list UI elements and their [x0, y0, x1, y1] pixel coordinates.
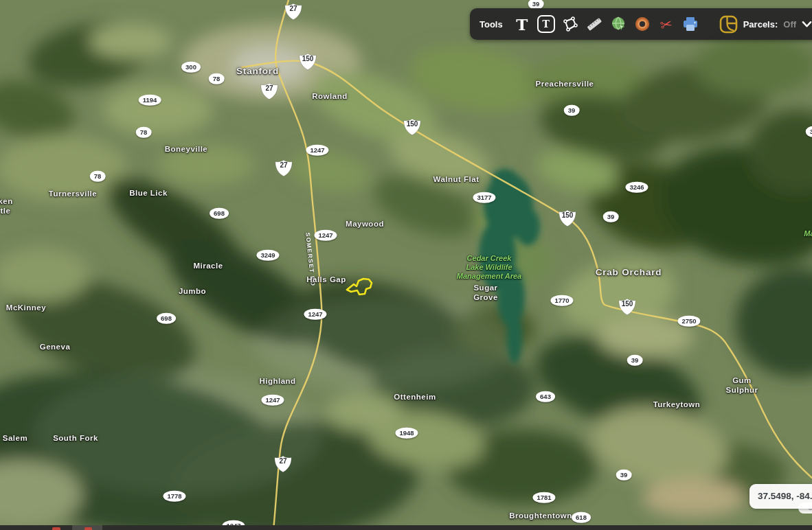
route-shield-us-27: 27 [273, 455, 293, 473]
place-label-ottenheim: Ottenheim [394, 393, 436, 402]
route-shield-us-27: 27 [260, 82, 279, 100]
scissors-icon: ✂ [659, 16, 674, 32]
place-label-miracle: Miracle [193, 262, 223, 271]
taskbar-icon-red [52, 527, 60, 530]
parcels-icon [719, 15, 738, 34]
area-label-ma: Ma [804, 229, 812, 238]
route-shield-us-27: 27 [274, 159, 293, 177]
route-shield-us-150: 150 [618, 298, 637, 316]
place-label-mckinney: McKinney [6, 303, 46, 313]
route-shield-ky-698: 698 [157, 313, 176, 324]
text-tool-icon: T [516, 16, 528, 32]
chevron-down-icon [802, 20, 812, 28]
route-shield-ky-39: 39 [616, 470, 632, 481]
place-label-stanford: Stanford [236, 66, 279, 77]
route-shield-ky-618: 618 [572, 512, 591, 523]
place-label-blue-lick: Blue Lick [129, 189, 168, 198]
route-shield-ky-3249: 3249 [256, 250, 279, 261]
route-shield-ky-39: 39 [564, 105, 580, 116]
route-shield-ky-300: 300 [181, 62, 201, 73]
place-label-south-fork: South Fork [53, 434, 98, 443]
route-shield-ky-1247: 1247 [306, 145, 328, 156]
parcels-label: Parcels: [743, 19, 778, 30]
place-label-gum-sulphur: GumSulphur [726, 376, 758, 395]
boxed-text-icon: T [537, 15, 555, 33]
measure-tool-button[interactable] [585, 14, 603, 34]
route-shield-ky-1247: 1247 [314, 230, 337, 241]
place-label-salem: Salem [3, 434, 27, 443]
map-application: SOMERSET RD StanfordCrab OrchardRowlandP… [0, 0, 812, 530]
globe-cursor-icon [609, 15, 627, 33]
route-shield-ky-3177: 3177 [473, 192, 495, 203]
polygon-tool-button[interactable] [561, 14, 579, 34]
ruler-icon [586, 16, 602, 32]
place-label-halls-gap: Halls Gap [306, 275, 346, 285]
bottom-taskbar[interactable] [0, 525, 812, 530]
route-shield-ky-39: 39 [627, 355, 643, 366]
area-label-cedar-creek-lake-wildlife-management-area: Cedar CreekLake WildlifeManagement Area [457, 254, 521, 281]
route-shield-ky-1781: 1781 [532, 492, 555, 503]
parcels-state-value: Off [783, 19, 796, 30]
route-shield-ky-39: 39 [603, 211, 619, 222]
place-label-highland: Highland [259, 377, 295, 387]
printer-icon [681, 15, 699, 33]
place-label-jumbo: Jumbo [179, 287, 206, 297]
route-shield-ky-2750: 2750 [677, 316, 700, 327]
parcels-toggle[interactable]: Parcels: Off [719, 15, 812, 34]
place-label-preachersville: Preachersville [535, 80, 594, 89]
map-labels-layer: StanfordCrab OrchardRowlandPreachersvill… [0, 0, 812, 530]
place-label-geneva: Geneva [40, 343, 71, 352]
place-label-broughtentown: Broughtentown [509, 511, 572, 521]
route-shield-ky-1247: 1247 [261, 395, 284, 406]
route-shield-ky-32: 32 [806, 126, 812, 137]
route-shield-ky-78: 78 [209, 73, 225, 84]
place-label-ken-tle: kentle [0, 197, 13, 216]
print-button[interactable] [681, 14, 699, 34]
place-label-crab-orchard: Crab Orchard [596, 267, 662, 278]
cursor-coordinates-readout: 37.5498, -84.719 [749, 484, 812, 509]
route-shield-us-150: 150 [403, 118, 422, 136]
route-shield-ky-1770: 1770 [550, 295, 573, 306]
route-shield-us-150: 150 [298, 53, 317, 71]
taskbar-icon-red [84, 527, 92, 530]
route-shield-ky-1948: 1948 [395, 428, 418, 439]
globe-select-tool-button[interactable] [609, 14, 627, 34]
polygon-icon [562, 16, 578, 32]
place-label-walnut-flat: Walnut Flat [433, 175, 479, 185]
place-label-boneyville: Boneyville [165, 145, 208, 154]
place-label-sugar-grove: SugarGrove [473, 284, 498, 302]
donut-icon [633, 15, 651, 33]
route-shield-ky-1194: 1194 [139, 95, 161, 106]
route-shield-ky-643: 643 [536, 391, 555, 402]
place-label-rowland: Rowland [312, 92, 347, 102]
map-toolbar: Tools T T [470, 8, 812, 40]
place-label-turnersville: Turnersville [49, 189, 97, 199]
boxed-text-tool-button[interactable]: T [537, 14, 555, 34]
route-shield-ky-1247: 1247 [304, 309, 326, 320]
route-shield-ky-3246: 3246 [625, 182, 648, 193]
route-shield-us-27: 27 [284, 3, 303, 21]
place-label-maywood: Maywood [346, 220, 384, 229]
route-shield-ky-78: 78 [90, 171, 106, 182]
route-shield-ky-1778: 1778 [163, 491, 185, 502]
cut-tool-button[interactable]: ✂ [657, 14, 675, 34]
route-shield-ky-698: 698 [210, 208, 229, 219]
place-label-turkeytown: Turkeytown [653, 400, 701, 410]
donut-tool-button[interactable] [633, 14, 651, 34]
route-shield-us-150: 150 [558, 209, 577, 227]
route-shield-ky-78: 78 [136, 127, 152, 138]
text-tool-button[interactable]: T [513, 14, 531, 34]
tools-label: Tools [480, 19, 503, 30]
